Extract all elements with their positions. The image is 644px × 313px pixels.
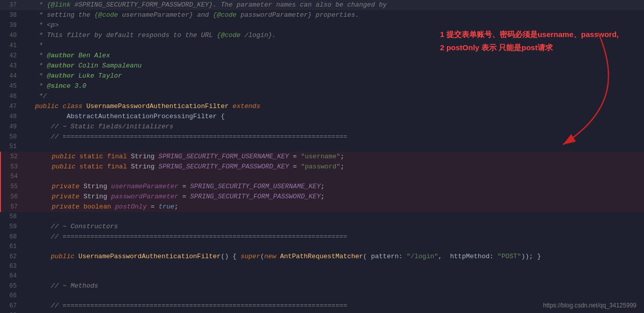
code-token: "POST" [498, 253, 521, 260]
code-line: 48 AbstractAuthenticationProcessingFilte… [0, 112, 644, 122]
code-token: * [35, 72, 47, 80]
code-token: SPRING_SECURITY_FORM_USERNAME_KEY [190, 183, 320, 190]
code-token: private [52, 193, 83, 200]
code-line: 58 [0, 212, 644, 222]
line-content: private String passwordParameter = SPRIN… [34, 192, 644, 201]
code-token: UsernamePasswordAuthenticationFilter [86, 102, 233, 110]
code-token: // ~ Static fields/initializers [35, 123, 173, 130]
line-number: 40 [0, 31, 23, 41]
line-content: public static final String SPRING_SECURI… [34, 152, 644, 161]
line-content: // ~ Constructors [33, 222, 644, 231]
line-number: 51 [0, 142, 23, 152]
code-token: "password" [301, 163, 340, 170]
code-token: = [289, 163, 300, 170]
code-line: 66 [0, 291, 644, 301]
code-line: 63 [0, 262, 644, 271]
code-token: properties. [312, 11, 359, 19]
code-line: 47public class UsernamePasswordAuthentic… [0, 101, 644, 112]
line-content: private boolean postOnly = true; [34, 202, 644, 212]
line-number: 65 [0, 282, 23, 291]
code-token: ( [260, 253, 264, 260]
code-line: 46 */ [0, 91, 644, 101]
line-number: 61 [0, 242, 23, 252]
code-token: UsernamePasswordAuthenticationFilter [79, 253, 221, 260]
code-token: @since [47, 82, 70, 90]
line-number: 44 [0, 72, 23, 81]
line-number: 53 [1, 162, 24, 172]
line-number: 57 [1, 202, 24, 212]
line-number: 63 [0, 262, 23, 271]
code-line: 54 [0, 172, 644, 182]
code-token: @author [47, 52, 74, 59]
code-token: . The parameter names can also be change… [213, 1, 387, 9]
code-token: // =====================================… [35, 133, 347, 141]
line-number: 55 [1, 182, 24, 192]
line-content: * {@link #SPRING_SECURITY_FORM_PASSWORD_… [33, 0, 644, 10]
code-token: ( pattern: [363, 253, 407, 260]
line-number: 49 [0, 122, 23, 132]
code-token: "username" [301, 153, 340, 160]
code-token: SPRING_SECURITY_FORM_USERNAME_KEY [159, 153, 289, 160]
code-token: () { [221, 253, 241, 260]
line-content: private String usernameParameter = SPRIN… [34, 182, 644, 191]
line-content: public class UsernamePasswordAuthenticat… [33, 101, 644, 111]
code-token: = [289, 153, 300, 160]
line-content: // =====================================… [33, 232, 644, 241]
code-token: Ben Alex [74, 52, 110, 59]
code-token: * <p> [35, 21, 59, 29]
code-token: */ [35, 92, 47, 100]
line-number: 56 [1, 192, 24, 202]
line-content: AbstractAuthenticationProcessingFilter { [33, 112, 644, 121]
code-line: 65 // ~ Methods [0, 281, 644, 291]
line-number: 42 [0, 51, 23, 61]
code-token: #SPRING_SECURITY_FORM_PASSWORD_KEY} [70, 1, 213, 9]
code-editor: 37 * {@link #SPRING_SECURITY_FORM_PASSWO… [0, 0, 644, 313]
line-content: * <p> [33, 20, 644, 30]
code-token: String [131, 163, 159, 170]
code-line: 41 * [0, 41, 644, 51]
code-token: usernameParameter [111, 183, 178, 190]
line-content: * @author Ben Alex [33, 51, 644, 60]
line-number: 66 [0, 291, 23, 301]
line-number: 38 [0, 11, 23, 20]
code-token: AntPathRequestMatcher [280, 253, 363, 260]
code-token: // =====================================… [35, 233, 347, 240]
code-token: * [35, 52, 47, 59]
code-line: 53 public static final String SPRING_SEC… [0, 162, 644, 172]
line-number: 64 [0, 271, 23, 281]
code-token [36, 153, 52, 160]
code-token [36, 203, 52, 211]
code-token: passwordParameter} [237, 11, 312, 19]
code-token: * [35, 1, 47, 9]
code-token: Luke Taylor [74, 72, 122, 80]
code-token: = [178, 193, 190, 200]
code-token: ; [340, 163, 345, 170]
line-number: 59 [0, 222, 23, 232]
code-token: final [107, 163, 131, 170]
line-number: 45 [0, 82, 23, 91]
code-line: 50 // ==================================… [0, 132, 644, 142]
code-token: = [178, 183, 190, 190]
line-number: 60 [0, 232, 23, 242]
code-token: * [35, 42, 43, 49]
code-line: 60 // ==================================… [0, 232, 644, 242]
code-token: // ~ Constructors [35, 223, 118, 230]
code-token: /login}. [241, 31, 276, 39]
code-line: 51 [0, 142, 644, 152]
code-token: passwordParameter [111, 193, 178, 200]
code-token: ; [321, 193, 325, 200]
line-number: 50 [0, 132, 23, 142]
code-token: @author [47, 62, 74, 69]
code-token: and [193, 11, 213, 19]
line-content: * @since 3.0 [33, 81, 644, 91]
line-content: public UsernamePasswordAuthenticationFil… [33, 252, 644, 261]
line-content: * @author Colin Sampaleanu [33, 61, 644, 71]
code-token: String [84, 183, 111, 190]
code-token: 3.0 [70, 82, 86, 90]
code-token: Colin Sampaleanu [74, 62, 142, 69]
code-token: * [35, 62, 47, 69]
code-token: String [131, 153, 159, 160]
line-content: // ~ Static fields/initializers [33, 122, 644, 131]
line-content: // ~ Methods [33, 281, 644, 291]
code-token: static [80, 153, 107, 160]
